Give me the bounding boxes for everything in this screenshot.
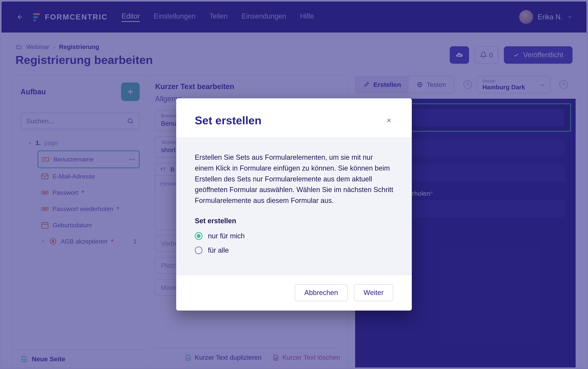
modal-subheading: Set erstellen	[195, 217, 393, 225]
radio-only-me[interactable]: nur für mich	[195, 232, 393, 240]
create-set-modal: Set erstellen Erstellen Sie Sets aus For…	[176, 98, 412, 310]
modal-title: Set erstellen	[195, 114, 262, 127]
next-button[interactable]: Weiter	[354, 284, 393, 301]
close-icon	[386, 117, 392, 123]
radio-label: für alle	[208, 246, 229, 254]
cancel-button[interactable]: Abbrechen	[295, 284, 348, 301]
modal-close-button[interactable]	[385, 116, 393, 125]
modal-description: Erstellen Sie Sets aus Formularelementen…	[195, 152, 393, 206]
modal-overlay[interactable]: Set erstellen Erstellen Sie Sets aus For…	[0, 0, 588, 369]
radio-indicator	[195, 232, 203, 240]
radio-label: nur für mich	[208, 232, 245, 240]
cancel-label: Abbrechen	[304, 289, 338, 297]
radio-indicator	[195, 246, 203, 254]
next-label: Weiter	[364, 289, 383, 297]
radio-for-all[interactable]: für alle	[195, 246, 393, 254]
